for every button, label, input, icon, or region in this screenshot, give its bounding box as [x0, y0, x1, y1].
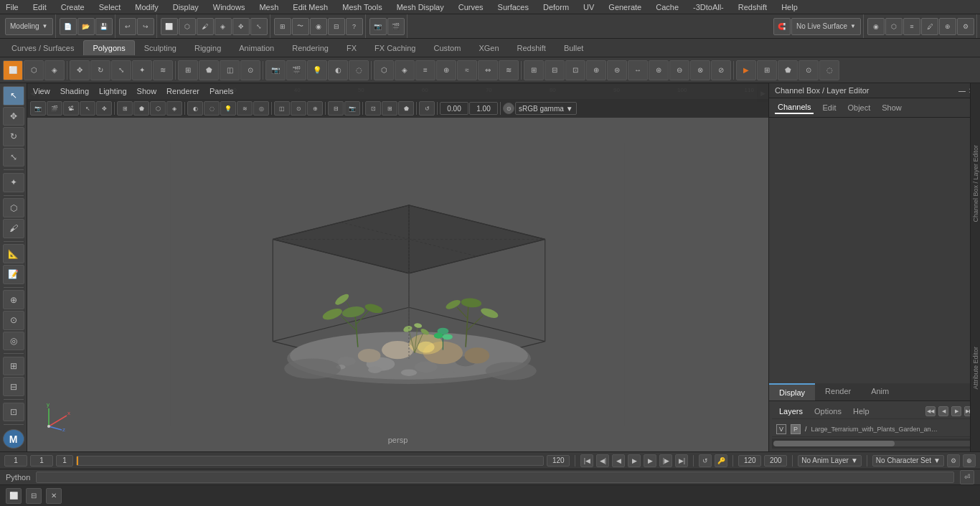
ao-btn[interactable]: ◌ [349, 60, 369, 80]
append-poly-btn[interactable]: ⊞ [524, 60, 544, 80]
layout-lt[interactable]: ⊞ [3, 357, 24, 376]
shadow-btn[interactable]: ◐ [328, 60, 348, 80]
material-btn[interactable]: ⬡ [885, 18, 903, 35]
select-tool-lt[interactable]: ↖ [3, 86, 24, 106]
menu-curves[interactable]: Curves [456, 3, 486, 11]
menu-deform[interactable]: Deform [540, 3, 572, 11]
vp-bb-btn[interactable]: ⊡ [365, 101, 381, 116]
anim-layer-dropdown[interactable]: No Anim Layer ▼ [798, 455, 862, 467]
tab-redshift[interactable]: Redshift [509, 41, 555, 55]
scrollbar-h[interactable] [772, 439, 977, 449]
ly-tab-options[interactable]: Options [810, 406, 846, 417]
move-tool-lt[interactable]: ✥ [3, 107, 24, 126]
viewport-area[interactable]: View Shading Lighting Show Renderer Pane… [27, 83, 768, 451]
vp-disp-btn[interactable]: ⊕ [307, 101, 323, 116]
vp-obb-btn[interactable]: ⊞ [382, 101, 397, 116]
lasso-lt[interactable]: ⬡ [3, 198, 24, 217]
loop-btn[interactable]: ↺ [699, 454, 712, 467]
split-btn[interactable]: ⊡ [565, 60, 585, 80]
menu-generate[interactable]: Generate [606, 3, 644, 11]
select-tool-btn[interactable]: ⬜ [161, 18, 178, 35]
settings-btn[interactable]: ⚙ [957, 18, 974, 35]
go-end-btn[interactable]: ▶| [675, 454, 688, 467]
detach-btn[interactable]: ⊖ [669, 60, 689, 80]
select-mode-comp[interactable]: ◈ [44, 60, 65, 80]
menu-select[interactable]: Select [96, 3, 124, 11]
redshift-extra1-btn[interactable]: ⊙ [798, 60, 819, 80]
layer-visibility-btn[interactable]: V [776, 424, 786, 434]
ly-tab-help[interactable]: Help [849, 406, 874, 417]
rb-tab-render[interactable]: Render [815, 383, 861, 400]
vp-colorspace-dropdown[interactable]: sRGB gamma ▼ [515, 102, 577, 115]
fill-hole-btn[interactable]: ⊕ [436, 60, 456, 80]
right-panel-minimize-btn[interactable]: — [958, 87, 966, 95]
snap-to-lt[interactable]: ⊕ [3, 290, 24, 309]
vp-menu-renderer[interactable]: Renderer [166, 87, 199, 95]
magnet-btn[interactable]: 🧲 [773, 18, 791, 35]
vp-cam-btn[interactable]: 📷 [30, 101, 46, 116]
tab-curves-surfaces[interactable]: Curves / Surfaces [3, 41, 83, 55]
offset-loop-btn[interactable]: ⊜ [607, 60, 627, 80]
render-view-btn[interactable]: 🎬 [286, 60, 306, 80]
light-btn[interactable]: 💡 [307, 60, 327, 80]
camera-btn[interactable]: 📷 [265, 60, 286, 80]
tab-animation[interactable]: Animation [230, 41, 283, 55]
select-mode-obj[interactable]: ⬜ [3, 60, 23, 80]
vp-ao-btn[interactable]: ◌ [204, 101, 220, 116]
tab-polygons[interactable]: Polygons [83, 40, 134, 55]
vp-smooth-btn[interactable]: ◈ [166, 101, 182, 116]
vp-cam3-btn[interactable]: 📽 [63, 101, 79, 116]
tab-xgen[interactable]: XGen [470, 41, 507, 55]
vp-joint-btn[interactable]: ⊙ [291, 101, 306, 116]
snap-help-btn[interactable]: ? [346, 18, 363, 35]
tab-bullet[interactable]: Bullet [555, 41, 593, 55]
paint-lt[interactable]: 🖌 [3, 219, 24, 238]
undo-btn[interactable]: ↩ [119, 18, 136, 35]
vp-menu-shading[interactable]: Shading [60, 87, 89, 95]
soft-mod-tool[interactable]: ≋ [153, 60, 173, 80]
vp-dof-btn[interactable]: ◎ [253, 101, 269, 116]
duplicate-face-btn[interactable]: ⊗ [690, 60, 710, 80]
show-manipulator-lt[interactable]: ⊡ [3, 403, 24, 422]
tab-fx[interactable]: FX [338, 41, 365, 55]
vp-grid-btn[interactable]: ⊞ [117, 101, 133, 116]
ipr-render-btn[interactable]: 🎬 [387, 18, 405, 35]
window-close-btn[interactable]: ✕ [46, 488, 62, 504]
layer-type-btn[interactable]: P [791, 424, 801, 434]
vp-rotation-input[interactable] [440, 102, 468, 115]
side-strip-channel-box[interactable]: Channel Box / Layer Editor [972, 145, 979, 222]
python-input[interactable] [36, 472, 954, 483]
frame-end-range-input[interactable] [547, 455, 570, 467]
scene-container[interactable]: persp x y z [27, 118, 768, 451]
menu-help[interactable]: Help [778, 3, 801, 11]
tab-rendering[interactable]: Rendering [283, 41, 337, 55]
frame-total-input[interactable] [764, 455, 787, 467]
go-start-btn[interactable]: |◀ [580, 454, 593, 467]
grid-lt[interactable]: ⊟ [3, 377, 24, 396]
python-enter-btn[interactable]: ⏎ [960, 470, 974, 484]
vp-menu-view[interactable]: View [33, 87, 50, 95]
extract-btn[interactable]: ⊘ [711, 60, 731, 80]
merge-btn[interactable]: ⊟ [545, 60, 565, 80]
rb-tab-display[interactable]: Display [769, 383, 815, 400]
vp-camera-btn[interactable]: 📷 [344, 101, 360, 116]
redshift-rview-btn[interactable]: ⬟ [778, 60, 798, 80]
next-key-btn[interactable]: |▶ [659, 454, 672, 467]
vp-shadow-btn[interactable]: ◐ [187, 101, 203, 116]
vp-select-btn[interactable]: ↖ [80, 101, 95, 116]
play-btn[interactable]: ▶ [628, 454, 641, 467]
snap-view-btn[interactable]: ⊟ [328, 18, 345, 35]
char-set-settings-btn[interactable]: ⚙ [947, 454, 960, 467]
vp-menu-show[interactable]: Show [137, 87, 157, 95]
menu-create[interactable]: Create [58, 3, 88, 11]
side-strip-attr-editor[interactable]: Attribute Editor [972, 347, 979, 390]
lasso-tool-btn[interactable]: ⬡ [179, 18, 196, 35]
xray-btn[interactable]: ◫ [220, 60, 240, 80]
layer-nav-left-left-btn[interactable]: ◀◀ [925, 406, 936, 416]
wireframe-btn[interactable]: ⬟ [199, 60, 219, 80]
current-frame-input[interactable] [4, 455, 27, 467]
render-btn-r[interactable]: ◉ [867, 18, 885, 35]
redshift-extra2-btn[interactable]: ◌ [819, 60, 839, 80]
frame-end-input[interactable] [738, 455, 761, 467]
vp-move-btn[interactable]: ✥ [96, 101, 112, 116]
